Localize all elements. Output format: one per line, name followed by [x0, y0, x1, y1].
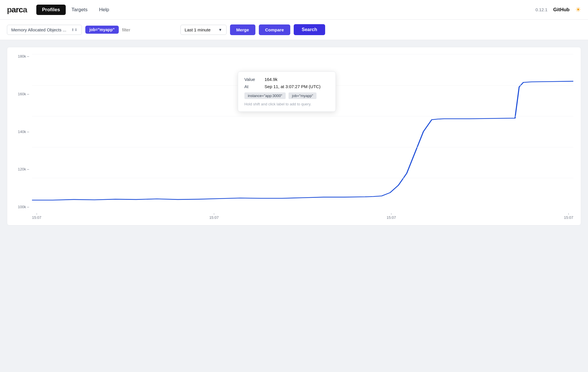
select-arrows-icon: ⬆⬇: [71, 28, 78, 32]
tooltip-value-row: Value 164.9k: [244, 77, 329, 82]
grid-line-1: [32, 54, 573, 54]
job-label-tag[interactable]: job="myapp": [85, 26, 119, 34]
profile-type-select[interactable]: Memory Allocated Objects ... ⬆⬇: [7, 25, 82, 35]
chart-area: 180k – 160k – 140k – 120k – 100k –: [12, 54, 576, 221]
tooltip-hint: Hold shift and click label to add to que…: [244, 102, 329, 106]
x-label-2: 15:07: [209, 213, 219, 220]
time-range-select[interactable]: Last 1 minute ▼: [180, 25, 227, 35]
x-tick-1: [37, 213, 37, 215]
profile-type-label: Memory Allocated Objects ...: [11, 27, 69, 32]
y-label-140k: 140k –: [18, 130, 29, 134]
x-tick-2: [214, 213, 214, 215]
tooltip-tags: instance="app:3000" job="myapp": [244, 92, 329, 99]
nav-targets[interactable]: Targets: [66, 5, 93, 15]
x-label-3: 15:07: [387, 213, 396, 220]
nav-help[interactable]: Help: [93, 5, 115, 15]
y-label-180k: 180k –: [18, 54, 29, 58]
y-label-100k: 100k –: [18, 205, 29, 209]
toolbar: Memory Allocated Objects ... ⬆⬇ job="mya…: [0, 20, 588, 40]
tooltip-value: 164.9k: [265, 77, 278, 82]
nav-links: Profiles Targets Help: [36, 5, 536, 15]
x-tick-4: [568, 213, 569, 215]
github-link[interactable]: GitHub: [553, 7, 570, 13]
y-label-120k: 120k –: [18, 167, 29, 171]
time-range-label: Last 1 minute: [185, 27, 216, 32]
chart-card: 180k – 160k – 140k – 120k – 100k –: [7, 47, 581, 225]
tooltip-at-value: Sep 11, at 3:07:27 PM (UTC): [265, 84, 321, 89]
nav-right: 0.12.1 GitHub ☀: [536, 6, 581, 14]
version-label: 0.12.1: [536, 7, 548, 12]
x-tick-3: [391, 213, 391, 215]
theme-toggle-icon[interactable]: ☀: [575, 6, 581, 14]
chart-tooltip: Value 164.9k At Sep 11, at 3:07:27 PM (U…: [238, 71, 336, 112]
chevron-down-icon: ▼: [218, 28, 222, 32]
x-axis: 15:07 15:07 15:07 15:07: [32, 212, 573, 221]
logo-text: parca: [7, 5, 27, 14]
filter-input[interactable]: [122, 27, 177, 32]
grid-line-3: [32, 116, 573, 116]
search-button[interactable]: Search: [294, 24, 325, 35]
nav-profiles[interactable]: Profiles: [36, 5, 66, 15]
tooltip-tag-instance[interactable]: instance="app:3000": [244, 92, 286, 99]
tooltip-tag-job[interactable]: job="myapp": [289, 92, 316, 99]
y-axis: 180k – 160k – 140k – 120k – 100k –: [12, 54, 32, 209]
grid-line-5: [32, 178, 573, 178]
tooltip-at-label: At: [244, 84, 259, 89]
logo[interactable]: parca: [7, 5, 27, 14]
merge-button[interactable]: Merge: [230, 24, 255, 35]
main-content: 180k – 160k – 140k – 120k – 100k –: [0, 40, 588, 232]
navbar: parca Profiles Targets Help 0.12.1 GitHu…: [0, 0, 588, 20]
tooltip-at-row: At Sep 11, at 3:07:27 PM (UTC): [244, 84, 329, 89]
chart-plot: Value 164.9k At Sep 11, at 3:07:27 PM (U…: [32, 54, 573, 209]
grid-line-4: [32, 147, 573, 147]
y-label-160k: 160k –: [18, 92, 29, 96]
x-label-1: 15:07: [32, 213, 42, 220]
x-label-4: 15:07: [564, 213, 573, 220]
tooltip-value-label: Value: [244, 77, 259, 82]
compare-button[interactable]: Compare: [259, 24, 290, 35]
